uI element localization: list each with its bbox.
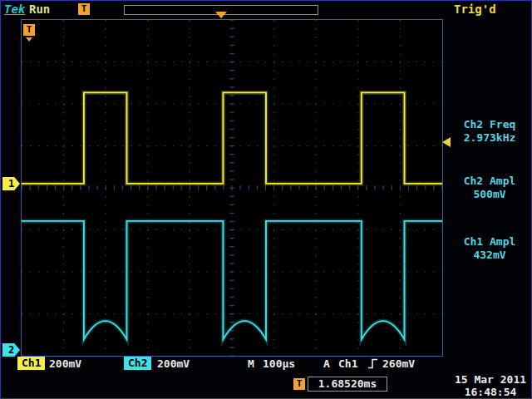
tek-logo: Tek bbox=[4, 2, 25, 16]
trigger-time-badge: T bbox=[23, 24, 35, 36]
waveform-display bbox=[22, 20, 442, 356]
timebase-label: M bbox=[248, 357, 254, 370]
measurement-value: 500mV bbox=[446, 188, 532, 201]
trigger-status: Trig'd bbox=[454, 2, 496, 16]
measurement-ch1-ampl: Ch1 Ampl 432mV bbox=[446, 235, 532, 262]
measurement-label: Ch2 Ampl bbox=[446, 175, 532, 188]
measurement-label: Ch1 Ampl bbox=[446, 235, 532, 249]
ch2-marker-label: 2 bbox=[8, 344, 14, 356]
horizontal-t-badge: T bbox=[293, 378, 305, 390]
measurement-value: 2.973kHz bbox=[446, 131, 532, 145]
ch2-scale-value: 200mV bbox=[157, 357, 190, 370]
measurement-value: 432mV bbox=[446, 249, 532, 262]
ch1-scale-badge: Ch1 bbox=[17, 357, 45, 370]
rising-edge-icon bbox=[367, 357, 378, 370]
measurement-ch2-ampl: Ch2 Ampl 500mV bbox=[446, 175, 532, 201]
acquisition-status: Run bbox=[29, 2, 50, 16]
oscilloscope-screen: Tek Run T Trig'd T 1 2 Ch2 Freq 2.973kHz… bbox=[0, 0, 532, 399]
ch1-ground-marker: 1 bbox=[2, 177, 20, 190]
ch2-scale-badge: Ch2 bbox=[124, 357, 151, 370]
trigger-source-label: Ch1 bbox=[338, 357, 357, 370]
datetime: 15 Mar 2011 16:48:54 bbox=[450, 373, 531, 398]
trigger-t-badge: T bbox=[78, 3, 90, 15]
timebase-value: 100µs bbox=[263, 357, 295, 370]
trigger-position-marker-icon bbox=[215, 12, 227, 18]
time-label: 16:48:54 bbox=[450, 386, 531, 398]
date-label: 15 Mar 2011 bbox=[450, 373, 531, 386]
measurement-ch2-freq: Ch2 Freq 2.973kHz bbox=[446, 118, 532, 145]
graticule: T bbox=[21, 19, 443, 357]
ch2-ground-marker: 2 bbox=[2, 343, 20, 357]
measurement-label: Ch2 Freq bbox=[446, 118, 532, 131]
ch1-scale-value: 200mV bbox=[49, 357, 81, 370]
horizontal-position-value: 1.68520ms bbox=[308, 377, 387, 392]
ch1-marker-label: 1 bbox=[8, 178, 14, 190]
trigger-time-arrow-icon bbox=[26, 37, 32, 42]
trigger-mode-label: A bbox=[323, 357, 330, 370]
trigger-level-value: 260mV bbox=[382, 357, 415, 370]
